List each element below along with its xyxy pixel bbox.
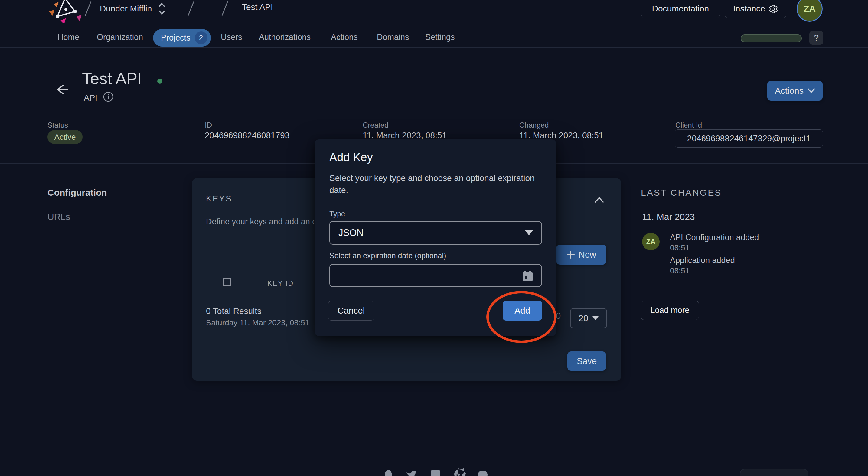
- page-size-value: 20: [579, 313, 588, 323]
- usage-progress-bar: [741, 34, 802, 42]
- actions-label: Actions: [775, 86, 804, 96]
- tab-settings[interactable]: Settings: [425, 33, 455, 42]
- change-avatar-initials: ZA: [646, 238, 656, 246]
- chat-icon[interactable]: [476, 468, 489, 476]
- twitter-icon[interactable]: [405, 468, 418, 476]
- nav-divider: [0, 47, 868, 48]
- tab-projects-label: Projects: [161, 33, 190, 43]
- change-event-time: 08:51: [670, 266, 689, 276]
- results-timestamp: Saturday 11. Mar 2023, 08:51: [206, 318, 309, 327]
- client-id-box[interactable]: 204696988246147329@project1: [675, 129, 823, 148]
- changed-label: Changed: [519, 121, 549, 129]
- paginator-range: 0: [556, 311, 561, 321]
- back-button[interactable]: [55, 84, 69, 97]
- change-event-time: 08:51: [670, 243, 689, 253]
- change-event-label: API Configuration added: [670, 233, 759, 242]
- select-all-checkbox[interactable]: [223, 278, 231, 286]
- chevron-down-icon: [807, 88, 815, 93]
- documentation-label: Documentation: [652, 4, 709, 13]
- tab-authorizations[interactable]: Authorizations: [259, 33, 311, 42]
- sidebar-item-configuration[interactable]: Configuration: [48, 188, 107, 198]
- last-changes-title: LAST CHANGES: [641, 188, 722, 198]
- dialog-description: Select your key type and choose an optio…: [329, 172, 538, 196]
- sidebar-item-urls[interactable]: URLs: [48, 212, 70, 222]
- dialog-title: Add Key: [329, 151, 373, 164]
- status-label: Status: [48, 121, 68, 129]
- cancel-button[interactable]: Cancel: [328, 300, 374, 321]
- column-header-key-id: KEY ID: [267, 279, 294, 288]
- tab-domains[interactable]: Domains: [377, 33, 409, 42]
- key-type-value: JSON: [338, 227, 364, 238]
- app-window: Dunder Mifflin Test API Documentation In…: [0, 0, 868, 476]
- page-subtitle: API: [84, 93, 97, 103]
- changed-value: 11. March 2023, 08:51: [519, 131, 603, 140]
- load-more-label: Load more: [650, 306, 689, 315]
- footer-social-links: [382, 468, 489, 476]
- breadcrumb-app[interactable]: Test API: [242, 2, 273, 12]
- created-value: 11. March 2023, 08:51: [363, 131, 447, 140]
- keys-description: Define your keys and add an o: [206, 217, 315, 229]
- org-switcher[interactable]: Dunder Mifflin: [100, 2, 166, 15]
- expiration-label: Select an expiration date (optional): [329, 251, 446, 260]
- plus-icon: [566, 250, 575, 259]
- annotation-circle: [486, 291, 557, 343]
- keys-title: KEYS: [206, 194, 232, 203]
- status-dot: [157, 78, 162, 84]
- expiration-date-field[interactable]: [329, 264, 542, 287]
- cancel-label: Cancel: [338, 306, 365, 316]
- help-button[interactable]: ?: [809, 31, 823, 45]
- breadcrumb-separator: [221, 1, 228, 16]
- tab-home[interactable]: Home: [58, 33, 79, 42]
- actions-menu-button[interactable]: Actions: [767, 81, 823, 101]
- page-size-select[interactable]: 20: [570, 308, 607, 328]
- save-button[interactable]: Save: [567, 351, 606, 371]
- save-label: Save: [577, 356, 597, 366]
- key-type-select[interactable]: JSON: [329, 221, 542, 245]
- github-icon[interactable]: [453, 468, 466, 476]
- change-event-label: Application added: [670, 256, 735, 265]
- select-arrow-icon: [525, 230, 533, 235]
- status-badge: Active: [48, 130, 83, 144]
- change-author-avatar: ZA: [642, 233, 660, 250]
- bottom-right-widget[interactable]: [740, 469, 808, 476]
- documentation-button[interactable]: Documentation: [641, 0, 720, 18]
- total-results: 0 Total Results: [206, 306, 261, 316]
- type-label: Type: [329, 210, 345, 218]
- select-arrow-icon: [592, 316, 598, 320]
- breadcrumb-separator: [187, 1, 194, 16]
- gear-icon: [769, 4, 778, 13]
- footer-divider: [0, 438, 868, 438]
- new-key-label: New: [579, 250, 596, 260]
- info-icon[interactable]: [103, 91, 114, 103]
- created-label: Created: [363, 121, 388, 129]
- instance-button[interactable]: Instance: [725, 0, 786, 18]
- breadcrumb-separator: [85, 1, 91, 16]
- new-key-button[interactable]: New: [556, 245, 607, 264]
- id-value: 204696988246081793: [205, 131, 289, 140]
- expiration-date-input[interactable]: [330, 264, 541, 286]
- linkedin-icon[interactable]: [429, 468, 442, 476]
- unfold-more-icon: [158, 2, 166, 15]
- user-avatar[interactable]: ZA: [797, 0, 823, 22]
- tab-organization[interactable]: Organization: [97, 33, 143, 42]
- id-label: ID: [205, 121, 212, 129]
- person-icon[interactable]: [382, 468, 395, 476]
- page-title: Test API: [82, 69, 142, 88]
- avatar-initials: ZA: [804, 4, 816, 14]
- projects-count-badge: 2: [195, 31, 208, 44]
- client-id-label: Client Id: [675, 121, 702, 129]
- instance-label: Instance: [733, 4, 765, 13]
- load-more-button[interactable]: Load more: [641, 300, 699, 320]
- collapse-chevron-up-icon[interactable]: [594, 197, 604, 204]
- last-changes-date: 11. Mar 2023: [642, 212, 695, 222]
- breadcrumb-org: Dunder Mifflin: [100, 4, 152, 13]
- status-value: Active: [55, 132, 76, 142]
- zitadel-logo[interactable]: [49, 0, 82, 23]
- tab-actions[interactable]: Actions: [331, 33, 358, 42]
- help-label: ?: [814, 33, 819, 42]
- calendar-icon[interactable]: [522, 270, 533, 282]
- tab-projects[interactable]: Projects 2: [153, 29, 211, 46]
- tab-users[interactable]: Users: [221, 33, 242, 42]
- client-id-value: 204696988246147329@project1: [687, 134, 810, 144]
